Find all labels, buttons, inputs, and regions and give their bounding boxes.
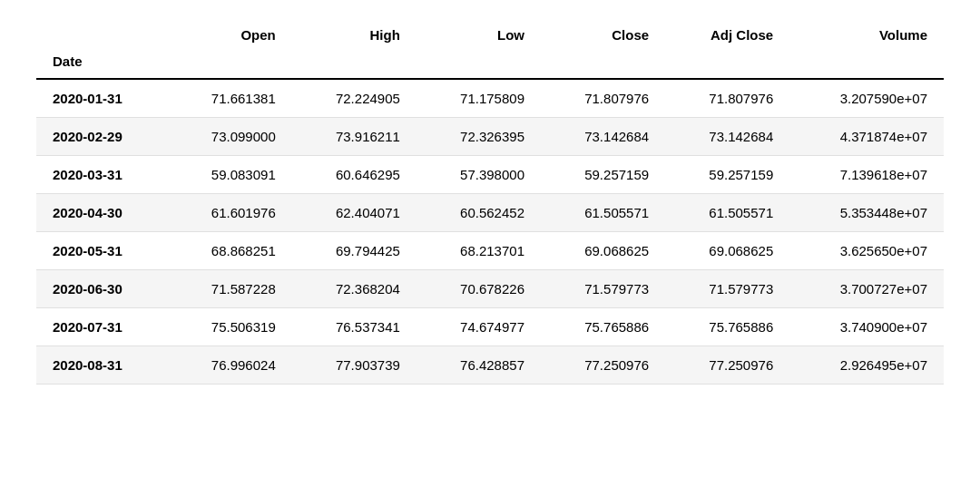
cell-high: 72.224905 (292, 79, 416, 118)
data-table: Open High Low Close Adj Close Volume Dat… (36, 18, 944, 385)
cell-close: 75.765886 (541, 308, 665, 346)
table-row: 2020-05-3168.86825169.79442568.21370169.… (36, 232, 944, 270)
th-low: Low (416, 18, 541, 52)
cell-close: 71.807976 (541, 79, 665, 118)
th-high: High (292, 18, 416, 52)
cell-low: 57.398000 (416, 156, 541, 194)
cell-close: 69.068625 (541, 232, 665, 270)
cell-volume: 3.700727e+07 (789, 270, 944, 308)
cell-date: 2020-01-31 (36, 79, 168, 118)
cell-volume: 2.926495e+07 (789, 346, 944, 385)
table-row: 2020-04-3061.60197662.40407160.56245261.… (36, 194, 944, 232)
cell-low: 60.562452 (416, 194, 541, 232)
cell-high: 76.537341 (292, 308, 416, 346)
cell-open: 68.868251 (168, 232, 292, 270)
table-row: 2020-07-3175.50631976.53734174.67497775.… (36, 308, 944, 346)
table-container: Open High Low Close Adj Close Volume Dat… (0, 0, 980, 403)
cell-close: 61.505571 (541, 194, 665, 232)
table-row: 2020-03-3159.08309160.64629557.39800059.… (36, 156, 944, 194)
cell-open: 71.661381 (168, 79, 292, 118)
cell-adj-close: 77.250976 (665, 346, 789, 385)
cell-date: 2020-04-30 (36, 194, 168, 232)
cell-high: 60.646295 (292, 156, 416, 194)
column-headers-date-row: Date (36, 52, 944, 79)
cell-volume: 4.371874e+07 (789, 118, 944, 156)
cell-high: 62.404071 (292, 194, 416, 232)
cell-open: 71.587228 (168, 270, 292, 308)
cell-open: 76.996024 (168, 346, 292, 385)
cell-volume: 5.353448e+07 (789, 194, 944, 232)
cell-date: 2020-06-30 (36, 270, 168, 308)
cell-adj-close: 75.765886 (665, 308, 789, 346)
cell-adj-close: 73.142684 (665, 118, 789, 156)
cell-date: 2020-03-31 (36, 156, 168, 194)
cell-volume: 3.207590e+07 (789, 79, 944, 118)
column-headers-top: Open High Low Close Adj Close Volume (36, 18, 944, 52)
cell-volume: 7.139618e+07 (789, 156, 944, 194)
cell-low: 68.213701 (416, 232, 541, 270)
cell-adj-close: 61.505571 (665, 194, 789, 232)
table-row: 2020-01-3171.66138172.22490571.17580971.… (36, 79, 944, 118)
cell-open: 61.601976 (168, 194, 292, 232)
cell-low: 70.678226 (416, 270, 541, 308)
th-adj-close: Adj Close (665, 18, 789, 52)
cell-date: 2020-07-31 (36, 308, 168, 346)
th-open: Open (168, 18, 292, 52)
cell-high: 72.368204 (292, 270, 416, 308)
cell-volume: 3.625650e+07 (789, 232, 944, 270)
th-date: Date (36, 52, 168, 79)
table-body: 2020-01-3171.66138172.22490571.17580971.… (36, 79, 944, 385)
cell-low: 74.674977 (416, 308, 541, 346)
table-row: 2020-06-3071.58722872.36820470.67822671.… (36, 270, 944, 308)
cell-low: 76.428857 (416, 346, 541, 385)
th-close: Close (541, 18, 665, 52)
cell-date: 2020-02-29 (36, 118, 168, 156)
th-empty (36, 18, 168, 52)
cell-open: 73.099000 (168, 118, 292, 156)
cell-open: 75.506319 (168, 308, 292, 346)
cell-adj-close: 69.068625 (665, 232, 789, 270)
cell-volume: 3.740900e+07 (789, 308, 944, 346)
table-row: 2020-08-3176.99602477.90373976.42885777.… (36, 346, 944, 385)
cell-high: 77.903739 (292, 346, 416, 385)
cell-high: 69.794425 (292, 232, 416, 270)
cell-date: 2020-08-31 (36, 346, 168, 385)
cell-close: 59.257159 (541, 156, 665, 194)
cell-adj-close: 71.807976 (665, 79, 789, 118)
cell-adj-close: 71.579773 (665, 270, 789, 308)
cell-close: 73.142684 (541, 118, 665, 156)
cell-high: 73.916211 (292, 118, 416, 156)
cell-open: 59.083091 (168, 156, 292, 194)
cell-low: 71.175809 (416, 79, 541, 118)
cell-adj-close: 59.257159 (665, 156, 789, 194)
cell-low: 72.326395 (416, 118, 541, 156)
cell-date: 2020-05-31 (36, 232, 168, 270)
th-volume: Volume (789, 18, 944, 52)
cell-close: 77.250976 (541, 346, 665, 385)
cell-close: 71.579773 (541, 270, 665, 308)
table-row: 2020-02-2973.09900073.91621172.32639573.… (36, 118, 944, 156)
